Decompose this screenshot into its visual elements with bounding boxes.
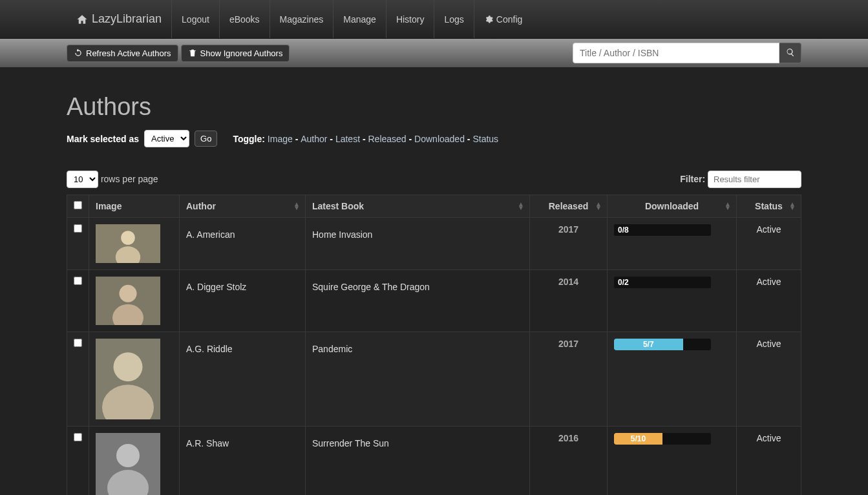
latest-book[interactable]: Pandemic: [312, 344, 352, 354]
svg-point-1: [121, 231, 135, 245]
search-button[interactable]: [779, 43, 801, 63]
table-row: A.G. RiddlePandemic20175/7Active: [67, 332, 801, 427]
row-checkbox[interactable]: [74, 277, 82, 285]
select-all-checkbox[interactable]: [74, 201, 82, 209]
brand[interactable]: LazyLibrarian: [67, 0, 171, 38]
row-checkbox[interactable]: [74, 433, 82, 441]
progress-bar: 0/2: [614, 277, 711, 288]
status-badge: Active: [737, 270, 801, 332]
row-checkbox[interactable]: [74, 224, 82, 233]
search-input[interactable]: [573, 43, 779, 63]
released-year: 2016: [530, 427, 608, 496]
col-author[interactable]: Author▲▼: [180, 195, 306, 218]
home-icon: [76, 14, 88, 25]
filter-wrap: Filter:: [680, 171, 801, 188]
nav-links: Logout eBooks Magazines Manage History L…: [171, 0, 532, 38]
col-released[interactable]: Released▲▼: [530, 195, 608, 218]
nav-logs[interactable]: Logs: [434, 0, 473, 39]
nav-config[interactable]: Config: [474, 0, 532, 39]
nav-ebooks[interactable]: eBooks: [220, 0, 270, 39]
released-year: 2017: [530, 218, 608, 270]
latest-book[interactable]: Home Invasion: [312, 229, 372, 240]
sort-icon: ▲▼: [725, 202, 731, 210]
author-image[interactable]: [96, 433, 160, 495]
mark-label: Mark selected as: [67, 134, 139, 144]
toggle-image[interactable]: Image: [268, 134, 293, 144]
progress-bar: 5/7: [614, 339, 683, 350]
col-image[interactable]: Image: [89, 195, 180, 218]
sort-icon: ▲▼: [293, 202, 300, 210]
gear-icon: [484, 15, 493, 24]
row-checkbox[interactable]: [74, 339, 82, 347]
svg-point-7: [114, 352, 143, 381]
download-progress: 0/2: [614, 277, 711, 288]
brand-text: LazyLibrarian: [92, 12, 162, 26]
author-image[interactable]: [96, 339, 160, 419]
download-progress: 5/10: [614, 433, 711, 445]
progress-bar: 0/8: [614, 224, 711, 236]
author-name[interactable]: A. American: [186, 229, 235, 240]
latest-book[interactable]: Surrender The Sun: [312, 438, 389, 448]
table-row: A. Digger StolzSquire George & The Drago…: [67, 270, 801, 332]
go-button[interactable]: Go: [195, 131, 217, 147]
toggle-author[interactable]: Author: [301, 134, 327, 144]
page-title: Authors: [67, 93, 801, 121]
sort-icon: ▲▼: [789, 202, 796, 210]
svg-point-4: [120, 285, 137, 302]
toggle-latest[interactable]: Latest: [335, 134, 360, 144]
col-downloaded[interactable]: Downloaded▲▼: [608, 195, 737, 218]
subnav: Refresh Active Authors Show Ignored Auth…: [0, 39, 868, 67]
nav-magazines[interactable]: Magazines: [270, 0, 333, 39]
navbar: LazyLibrarian Logout eBooks Magazines Ma…: [0, 0, 868, 39]
refresh-active-authors-button[interactable]: Refresh Active Authors: [67, 45, 178, 62]
released-year: 2017: [530, 332, 608, 427]
svg-point-10: [116, 444, 140, 467]
author-name[interactable]: A.G. Riddle: [186, 344, 233, 354]
filter-input[interactable]: [708, 171, 801, 188]
toggle-status[interactable]: Status: [472, 134, 498, 144]
table-row: A.R. ShawSurrender The Sun20165/10Active: [67, 427, 801, 496]
sort-icon: ▲▼: [518, 202, 524, 210]
rows-select[interactable]: 10: [67, 171, 98, 188]
download-progress: 5/7: [614, 339, 711, 350]
author-name[interactable]: A. Digger Stolz: [186, 282, 246, 292]
toggle-released[interactable]: Released: [368, 134, 407, 144]
toggle-section: Toggle: Image - Author - Latest - Releas…: [233, 134, 498, 144]
table-row: A. AmericanHome Invasion20170/8Active: [67, 218, 801, 270]
authors-table: Image Author▲▼ Latest Book▲▼ Released▲▼ …: [67, 195, 801, 495]
latest-book[interactable]: Squire George & The Dragon: [312, 282, 430, 292]
author-image[interactable]: [96, 224, 160, 263]
refresh-icon: [74, 48, 83, 58]
nav-logout[interactable]: Logout: [172, 0, 219, 39]
status-badge: Active: [737, 332, 801, 427]
show-ignored-authors-button[interactable]: Show Ignored Authors: [181, 45, 290, 62]
nav-manage[interactable]: Manage: [333, 0, 386, 39]
toggle-downloaded[interactable]: Downloaded: [414, 134, 465, 144]
progress-bar: 5/10: [614, 433, 662, 445]
col-status[interactable]: Status▲▼: [737, 195, 801, 218]
author-image[interactable]: [96, 277, 160, 325]
download-progress: 0/8: [614, 224, 711, 236]
status-badge: Active: [737, 218, 801, 270]
released-year: 2014: [530, 270, 608, 332]
status-badge: Active: [737, 427, 801, 496]
search-icon: [786, 48, 795, 57]
trash-icon: [188, 48, 197, 58]
mark-select[interactable]: Active: [144, 130, 189, 147]
rows-per-page: 10 rows per page: [67, 171, 158, 188]
sort-icon: ▲▼: [595, 202, 602, 210]
col-latest[interactable]: Latest Book▲▼: [306, 195, 530, 218]
author-name[interactable]: A.R. Shaw: [186, 438, 229, 448]
controls-row: Mark selected as Active Go Toggle: Image…: [67, 130, 801, 147]
nav-history[interactable]: History: [386, 0, 434, 39]
